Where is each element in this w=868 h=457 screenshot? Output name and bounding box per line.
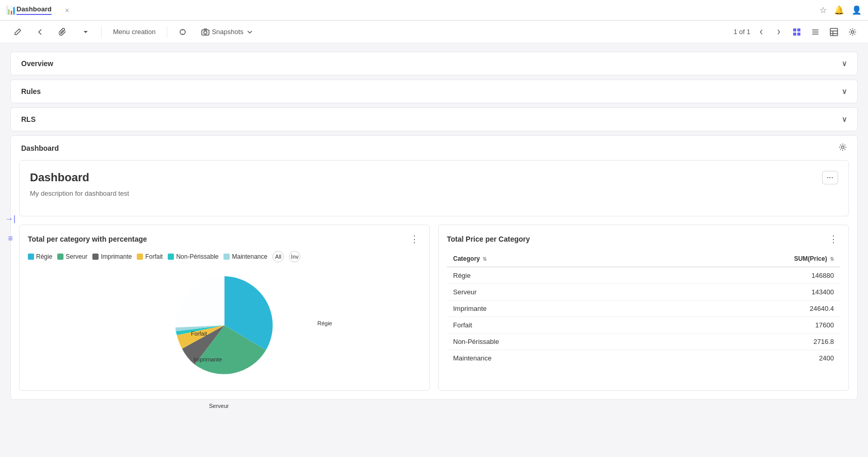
sort-icon-sum[interactable]: ⇅ <box>830 256 834 262</box>
table-view-btn[interactable] <box>827 26 841 38</box>
star-icon[interactable]: ☆ <box>819 5 827 15</box>
legend-serveur: Serveur <box>57 253 87 260</box>
table-row: Imprimante 24640.4 <box>447 301 840 317</box>
next-page-btn[interactable] <box>772 26 785 38</box>
snapshots-dropdown-icon <box>246 28 254 36</box>
divider-1 <box>101 26 102 38</box>
paperclip-icon <box>59 28 67 36</box>
rules-section: Rules ∨ <box>10 80 858 103</box>
table-chart-menu-btn[interactable]: ⋮ <box>827 233 840 245</box>
overview-label: Overview <box>21 59 53 68</box>
cell-sum-0: 146880 <box>654 267 840 284</box>
prev-icon <box>758 28 765 36</box>
rls-label: RLS <box>21 115 36 123</box>
settings-btn[interactable] <box>845 26 860 38</box>
dashboard-section: Dashboard Dashboard My description for d… <box>10 135 858 400</box>
dashboard-description: My description for dashboard test <box>30 190 129 197</box>
pie-label-regie: Régie <box>317 320 332 326</box>
sort-icon-category[interactable]: ⇅ <box>483 256 487 262</box>
svg-rect-8 <box>797 33 800 36</box>
dashboard-settings-btn[interactable] <box>839 143 847 153</box>
pie-chart-header: Total per category with percentage ⋮ <box>28 233 421 245</box>
filter-icon[interactable]: ≡ <box>3 232 18 245</box>
legend-dot-forfait <box>137 254 143 260</box>
table-icon <box>830 28 838 36</box>
main-content: →| ≡ Overview ∨ Rules ∨ RLS ∨ Dashboard <box>0 43 868 457</box>
legend-dot-regie <box>28 254 34 260</box>
debug-btn[interactable] <box>173 25 192 39</box>
inv-badge[interactable]: Inv <box>289 251 300 262</box>
legend-imprimante: Imprimante <box>92 253 132 260</box>
cell-category-5: Maintenance <box>447 350 654 367</box>
table-row: Forfait 17600 <box>447 317 840 334</box>
pie-chart-legend: Régie Serveur Imprimante Forfait <box>28 251 421 262</box>
tab-title: Dashboard <box>17 5 52 15</box>
pie-svg <box>168 269 281 382</box>
price-category-table: Category ⇅ SUM(Price) ⇅ Régie 1 <box>447 251 840 366</box>
expand-icon[interactable]: →| <box>3 212 18 226</box>
top-bar-right: ☆ 🔔 👤 <box>819 5 862 15</box>
legend-dot-imprimante <box>92 254 99 260</box>
rules-header[interactable]: Rules ∨ <box>11 80 857 103</box>
overview-section: Overview ∨ <box>10 52 858 75</box>
list-icon <box>811 28 819 36</box>
all-badge[interactable]: All <box>272 251 284 262</box>
edit-icon <box>13 28 22 36</box>
bar-chart-icon: 📊 <box>6 5 17 15</box>
cell-sum-5: 2400 <box>654 350 840 367</box>
camera-icon <box>201 28 210 36</box>
dashboard-more-btn[interactable]: ··· <box>822 171 838 184</box>
table-chart-title: Total Price per Category <box>447 235 530 243</box>
dashboard-settings-icon <box>839 143 847 151</box>
pie-chart-menu-btn[interactable]: ⋮ <box>408 233 421 245</box>
grid-icon <box>793 28 801 36</box>
rls-header[interactable]: RLS ∨ <box>11 108 857 131</box>
back-btn[interactable] <box>31 25 50 39</box>
overview-header[interactable]: Overview ∨ <box>11 52 857 75</box>
dropdown-btn[interactable] <box>76 25 95 39</box>
toolbar-right: 1 of 1 <box>733 26 860 38</box>
snapshots-btn[interactable]: Snapshots <box>196 25 259 39</box>
pie-label-serveur: Serveur <box>209 403 229 409</box>
chevron-down-icon <box>82 28 90 36</box>
slice-regie-close <box>175 276 224 327</box>
legend-forfait: Forfait <box>137 253 163 260</box>
legend-label-forfait: Forfait <box>145 253 163 260</box>
menu-creation-btn[interactable]: Menu creation <box>108 25 160 38</box>
col-category: Category ⇅ <box>447 251 654 267</box>
grid-view-btn[interactable] <box>790 26 804 38</box>
svg-rect-12 <box>830 28 838 36</box>
edit-btn[interactable] <box>8 25 27 39</box>
tab-close-btn[interactable]: × <box>65 6 69 14</box>
dashboard-section-header: Dashboard <box>11 136 857 160</box>
svg-rect-5 <box>793 28 796 31</box>
table-row: Régie 146880 <box>447 267 840 284</box>
settings-icon <box>848 28 857 36</box>
rules-chevron: ∨ <box>842 87 847 96</box>
svg-point-4 <box>204 31 207 34</box>
legend-label-serveur: Serveur <box>66 253 87 260</box>
cell-sum-3: 17600 <box>654 317 840 334</box>
cell-category-4: Non-Périssable <box>447 334 654 350</box>
divider-2 <box>167 26 167 38</box>
cell-category-0: Régie <box>447 267 654 284</box>
cell-category-2: Imprimante <box>447 301 654 317</box>
svg-rect-6 <box>797 28 800 31</box>
dashboard-section-label: Dashboard <box>21 144 59 152</box>
table-chart-card: Total Price per Category ⋮ Category ⇅ SU… <box>438 225 849 391</box>
debug-icon <box>179 28 187 36</box>
rls-chevron: ∨ <box>842 115 847 123</box>
bell-icon[interactable]: 🔔 <box>834 5 844 15</box>
attach-btn[interactable] <box>54 25 72 39</box>
cell-category-1: Serveur <box>447 284 654 301</box>
pagination-label: 1 of 1 <box>733 28 750 36</box>
svg-point-16 <box>851 30 854 33</box>
cell-category-3: Forfait <box>447 317 654 334</box>
svg-point-17 <box>842 146 844 149</box>
table-row: Serveur 143400 <box>447 284 840 301</box>
cell-sum-1: 143400 <box>654 284 840 301</box>
prev-page-btn[interactable] <box>754 26 768 38</box>
list-view-btn[interactable] <box>808 26 823 38</box>
user-icon[interactable]: 👤 <box>851 5 862 15</box>
legend-maintenance: Maintenance <box>223 253 267 260</box>
